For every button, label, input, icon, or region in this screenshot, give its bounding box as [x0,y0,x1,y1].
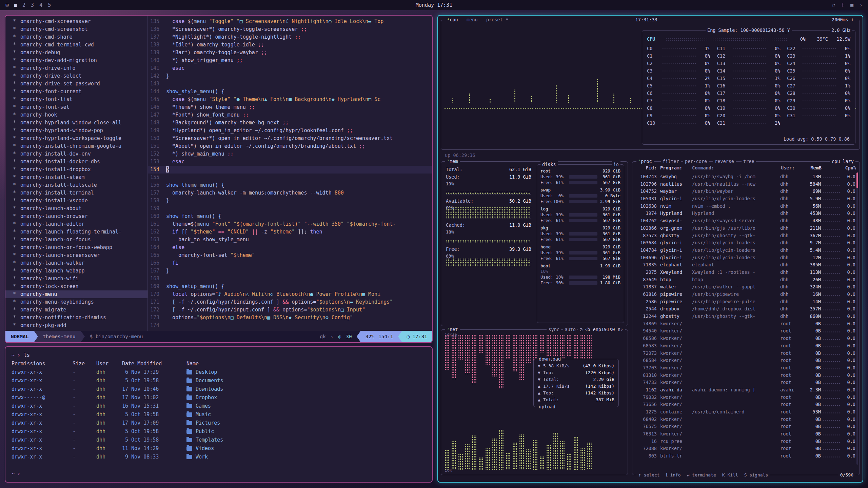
code-line[interactable]: 160show_font_menu() { [148,212,432,220]
process-row[interactable]: 87573 ghostty /usr/bin/ghostty --gtk- dh… [634,232,855,240]
process-row[interactable]: 76313 kworker/ root 0B 0.0 [634,430,855,438]
process-row[interactable]: 74869 kworker/ root 0B 0.0 [634,320,855,328]
process-row[interactable]: 104743 swaybg /usr/bin/swaybg -i /hom dh… [634,173,855,181]
file-item[interactable]: *omarchy-install-terminal [5,189,147,197]
code-line[interactable]: 168 [148,275,432,283]
process-row[interactable]: 74733 kworker/ root 0B 0.0 [634,379,855,386]
proc-footer-action[interactable]: ↕ select [638,472,660,478]
file-item[interactable]: *omarchy-launch-or-focus-webapp [5,244,147,251]
net-interface[interactable]: ‹b enp191s0 n› [583,326,625,333]
process-row[interactable]: 68402 kworker/ root 0B 0.0 [634,416,855,423]
cpu-box-title[interactable]: ¹cpu [445,17,460,23]
refresh-minus-button[interactable]: - [826,17,829,23]
process-row[interactable]: 102796 nautilus /usr/bin/nautilus --new … [634,181,855,188]
proc-footer-action[interactable]: S signals [744,472,768,478]
file-item[interactable]: *omarchy-font-set [5,103,147,111]
code-line[interactable]: 159 [148,205,432,212]
code-line[interactable]: 144show_style_menu() { [148,88,432,96]
process-row[interactable]: 103684 glycin-i /usr/lib/glycin-loaders … [634,239,855,247]
process-row[interactable]: 102866 org.gnom /usr/bin/gjs /usr/lib/o … [634,225,855,232]
code-line[interactable]: 135 case $(menu "Toggle" "□ Screensaver\… [148,18,432,25]
process-row[interactable]: 68583 kworker/ root 0B 0.0 [634,342,855,350]
net-auto-toggle[interactable]: auto [563,326,577,333]
col-user[interactable]: User: [781,164,802,170]
net-sync-toggle[interactable]: sync [547,326,561,333]
file-item[interactable]: *omarchy-drive-select [5,72,147,80]
code-line[interactable]: 153 esac [148,158,432,166]
workspace-item[interactable]: 5 [48,2,51,8]
code-line[interactable]: 165 omarchy-font-set "$theme" [148,251,432,259]
process-row[interactable]: 803 btrfs-tr root 0B 0.0 [634,452,855,460]
clock[interactable]: Monday 17:31 [416,2,452,8]
code-line[interactable]: 137 *Nightlight*) omarchy-toggle-nightli… [148,33,432,41]
reverse-toggle[interactable]: reverse [713,158,736,165]
code-line[interactable]: 158} [148,197,432,205]
code-line[interactable]: 162 if [[ "$theme" == "CNCLD" || -z "$th… [148,228,432,236]
file-item[interactable]: *omarchy-cmd-terminal-cwd [5,41,147,49]
prompt-line[interactable]: ~ › [12,470,426,478]
file-item[interactable]: *omarchy-drive-info [5,64,147,72]
file-item[interactable]: *omarchy-launch-floating-terminal- [5,228,147,236]
file-item[interactable]: *omarchy-lock-screen [5,283,147,290]
process-row[interactable]: 73656 kworker/ root 0B 0.0 [634,401,855,408]
process-row[interactable]: 2075 Xwayland Xwayland :1 -rootless - dh… [634,269,855,276]
git-branch[interactable]: themes-menu [34,331,81,342]
code-line[interactable]: 164 else [148,244,432,251]
file-item[interactable]: *omarchy-launch-browser [5,212,147,220]
power-icon[interactable]: ⚡ [860,2,863,8]
apps-icon[interactable]: ⊞ [5,2,8,8]
code-line[interactable]: 143 [148,80,432,88]
process-row[interactable]: 71835 elephant elephant dhh 385M 0.0 [634,261,855,269]
code-line[interactable]: 174 [148,322,432,329]
process-row[interactable]: 72088 kworker/ root 0B 0.0 [634,445,855,452]
code-line[interactable]: 161 theme=$(menu "Font" "$(omarchy-font-… [148,220,432,228]
code-line[interactable]: 169show_setup_menu() { [148,283,432,290]
file-item[interactable]: *omarchy-notification-dismiss [5,314,147,322]
code-line[interactable]: 157 omarchy-launch-walker -m menus:omarc… [148,189,432,197]
process-row[interactable]: 72073 kworker/ root 0B 0.0 [634,350,855,357]
keyboard-icon[interactable]: ▦ [850,2,853,8]
process-row[interactable]: 71837 walker /usr/bin/walker --gappl dhh… [634,283,855,291]
code-line[interactable]: 154} [148,166,432,174]
file-item[interactable]: *omarchy-cmd-share [5,33,147,41]
code-line[interactable]: 150 *Screensaver*) open_in_editor ~/.con… [148,135,432,142]
file-item[interactable]: *omarchy-install-docker-dbs [5,158,147,166]
code-line[interactable]: 152 *) show_main_menu ;; [148,150,432,158]
file-item[interactable]: *omarchy-launch-screensaver [5,251,147,259]
code-line[interactable]: 156show_theme_menu() { [148,181,432,189]
proc-box-title[interactable]: ⁴proc [636,158,654,165]
process-row[interactable]: 1162 avahi-da avahi-daemon: running [ av… [634,386,855,394]
code-line[interactable]: 141 esac [148,64,432,72]
terminal-window[interactable]: ~ › ls Permissions Size User Date Modifi… [5,346,433,483]
refresh-plus-button[interactable]: + [851,17,854,23]
active-workspace-icon[interactable]: ◼ [14,2,17,8]
file-item[interactable]: *omarchy-drive-set-password [5,80,147,88]
col-mem[interactable]: MemB [802,164,822,170]
proc-scrollbar[interactable] [856,172,858,465]
process-row[interactable]: 1275 containe /usr/bin/containerd root 5… [634,408,855,416]
file-item[interactable]: *omarchy-install-dropbox [5,166,147,174]
process-row[interactable]: 16 rcu_pree root 0B 0.0 [634,438,855,445]
code-line[interactable]: 146 *Theme*) show_theme_menu ;; [148,103,432,111]
code-line[interactable]: 163 back_to show_style_menu [148,236,432,244]
file-item[interactable]: *omarchy-install-steam [5,174,147,181]
process-row[interactable]: 79032 kworker/ root 0B 0.0 [634,394,855,401]
code-line[interactable]: 147 *Font*) show_font_menu ;; [148,111,432,119]
file-item[interactable]: *omarchy-install-dev-env [5,150,147,158]
file-item[interactable]: *omarchy-launch-about [5,205,147,212]
process-row[interactable]: 76575 kworker/ root 0B 0.0 [634,423,855,430]
process-row[interactable]: 104752 waybar /usr/bin/waybar dhh 69M 0.… [634,188,855,195]
code-line[interactable]: 140 *) show_trigger_menu ;; [148,57,432,64]
process-row[interactable]: 2544 dropbox /home/dhh/.dropbox-dist dhh… [634,305,855,313]
file-item[interactable]: *omarchy-launch-wifi [5,275,147,283]
file-item[interactable]: *omarchy-install-tailscale [5,181,147,189]
code-line[interactable]: 173 options="$options\n□ Defaults\n▦ DNS… [148,314,432,322]
code-line[interactable]: 172 [ -f ~/.config/hypr/input.conf ] && … [148,306,432,314]
process-row[interactable]: 63816 pipewire /usr/bin/pipewire dhh 16M… [634,291,855,298]
process-row[interactable]: 68584 kworker/ root 0B 0.0 [634,357,855,364]
per-core-toggle[interactable]: per-core [683,158,709,165]
code-line[interactable]: 151 *About*) open_in_editor ~/.config/om… [148,142,432,150]
file-item[interactable]: *omarchy-hyprland-window-pop [5,127,147,135]
process-row[interactable]: 104696 glycin-i /usr/lib/glycin-loaders … [634,254,855,262]
process-row[interactable]: 2586 pipewire /usr/bin/pipewire-pulse dh… [634,298,855,306]
